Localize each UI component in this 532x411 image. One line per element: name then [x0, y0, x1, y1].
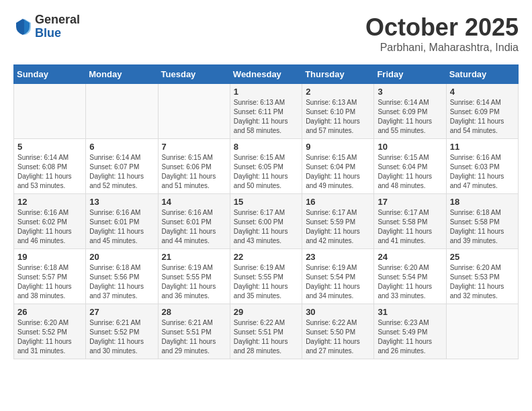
calendar-cell — [14, 84, 86, 139]
day-info: Sunrise: 6:20 AM Sunset: 5:54 PM Dayligh… — [378, 263, 442, 301]
calendar-cell: 21Sunrise: 6:19 AM Sunset: 5:55 PM Dayli… — [158, 249, 230, 304]
calendar-cell: 31Sunrise: 6:23 AM Sunset: 5:49 PM Dayli… — [374, 304, 446, 359]
day-info: Sunrise: 6:16 AM Sunset: 6:01 PM Dayligh… — [162, 208, 226, 246]
day-info: Sunrise: 6:23 AM Sunset: 5:49 PM Dayligh… — [378, 318, 442, 356]
day-number: 30 — [306, 307, 370, 317]
day-number: 16 — [306, 197, 370, 207]
day-number: 28 — [162, 307, 226, 317]
calendar-week-4: 26Sunrise: 6:20 AM Sunset: 5:52 PM Dayli… — [14, 304, 519, 359]
calendar-cell — [446, 304, 518, 359]
calendar-cell: 26Sunrise: 6:20 AM Sunset: 5:52 PM Dayli… — [14, 304, 86, 359]
day-number: 2 — [306, 87, 370, 97]
day-info: Sunrise: 6:17 AM Sunset: 5:58 PM Dayligh… — [378, 208, 442, 246]
calendar-cell: 27Sunrise: 6:21 AM Sunset: 5:52 PM Dayli… — [86, 304, 158, 359]
calendar-week-1: 5Sunrise: 6:14 AM Sunset: 6:08 PM Daylig… — [14, 139, 519, 194]
header-cell-friday: Friday — [374, 65, 446, 84]
calendar-cell: 12Sunrise: 6:16 AM Sunset: 6:02 PM Dayli… — [14, 194, 86, 249]
day-number: 17 — [378, 197, 442, 207]
day-info: Sunrise: 6:16 AM Sunset: 6:03 PM Dayligh… — [450, 153, 515, 191]
calendar-cell: 10Sunrise: 6:15 AM Sunset: 6:04 PM Dayli… — [374, 139, 446, 194]
calendar-cell: 15Sunrise: 6:17 AM Sunset: 6:00 PM Dayli… — [230, 194, 302, 249]
day-info: Sunrise: 6:15 AM Sunset: 6:04 PM Dayligh… — [378, 153, 442, 191]
day-number: 27 — [89, 307, 154, 317]
calendar-table: SundayMondayTuesdayWednesdayThursdayFrid… — [13, 64, 519, 359]
day-info: Sunrise: 6:19 AM Sunset: 5:55 PM Dayligh… — [234, 263, 298, 301]
calendar-cell: 14Sunrise: 6:16 AM Sunset: 6:01 PM Dayli… — [158, 194, 230, 249]
day-number: 26 — [17, 307, 82, 317]
header-row: SundayMondayTuesdayWednesdayThursdayFrid… — [14, 65, 519, 84]
day-number: 7 — [162, 142, 226, 152]
calendar-cell: 7Sunrise: 6:15 AM Sunset: 6:06 PM Daylig… — [158, 139, 230, 194]
calendar-cell: 13Sunrise: 6:16 AM Sunset: 6:01 PM Dayli… — [86, 194, 158, 249]
page-header: General Blue October 2025 Parbhani, Maha… — [13, 13, 519, 54]
calendar-cell: 19Sunrise: 6:18 AM Sunset: 5:57 PM Dayli… — [14, 249, 86, 304]
calendar-title: October 2025 — [365, 13, 519, 42]
day-number: 9 — [306, 142, 370, 152]
day-number: 4 — [450, 87, 515, 97]
calendar-cell: 29Sunrise: 6:22 AM Sunset: 5:51 PM Dayli… — [230, 304, 302, 359]
calendar-cell: 5Sunrise: 6:14 AM Sunset: 6:08 PM Daylig… — [14, 139, 86, 194]
day-number: 19 — [17, 252, 82, 262]
calendar-cell: 17Sunrise: 6:17 AM Sunset: 5:58 PM Dayli… — [374, 194, 446, 249]
day-number: 24 — [378, 252, 442, 262]
calendar-cell: 6Sunrise: 6:14 AM Sunset: 6:07 PM Daylig… — [86, 139, 158, 194]
header-cell-wednesday: Wednesday — [230, 65, 302, 84]
day-number: 1 — [234, 87, 298, 97]
day-info: Sunrise: 6:20 AM Sunset: 5:53 PM Dayligh… — [450, 263, 515, 301]
day-number: 23 — [306, 252, 370, 262]
day-info: Sunrise: 6:16 AM Sunset: 6:01 PM Dayligh… — [89, 208, 154, 246]
day-info: Sunrise: 6:13 AM Sunset: 6:11 PM Dayligh… — [234, 98, 298, 136]
calendar-cell: 28Sunrise: 6:21 AM Sunset: 5:51 PM Dayli… — [158, 304, 230, 359]
calendar-cell: 4Sunrise: 6:14 AM Sunset: 6:09 PM Daylig… — [446, 84, 518, 139]
day-number: 12 — [17, 197, 82, 207]
day-info: Sunrise: 6:13 AM Sunset: 6:10 PM Dayligh… — [306, 98, 370, 136]
calendar-cell: 8Sunrise: 6:15 AM Sunset: 6:05 PM Daylig… — [230, 139, 302, 194]
calendar-cell — [158, 84, 230, 139]
logo-text: General Blue — [35, 13, 80, 40]
day-info: Sunrise: 6:15 AM Sunset: 6:04 PM Dayligh… — [306, 153, 370, 191]
day-number: 25 — [450, 252, 515, 262]
day-info: Sunrise: 6:20 AM Sunset: 5:52 PM Dayligh… — [17, 318, 82, 356]
calendar-week-2: 12Sunrise: 6:16 AM Sunset: 6:02 PM Dayli… — [14, 194, 519, 249]
day-info: Sunrise: 6:22 AM Sunset: 5:50 PM Dayligh… — [306, 318, 370, 356]
calendar-cell: 11Sunrise: 6:16 AM Sunset: 6:03 PM Dayli… — [446, 139, 518, 194]
calendar-subtitle: Parbhani, Maharashtra, India — [365, 42, 519, 54]
header-cell-tuesday: Tuesday — [158, 65, 230, 84]
calendar-cell: 9Sunrise: 6:15 AM Sunset: 6:04 PM Daylig… — [302, 139, 374, 194]
header-cell-monday: Monday — [86, 65, 158, 84]
day-info: Sunrise: 6:19 AM Sunset: 5:55 PM Dayligh… — [162, 263, 226, 301]
day-info: Sunrise: 6:17 AM Sunset: 6:00 PM Dayligh… — [234, 208, 298, 246]
day-number: 31 — [378, 307, 442, 317]
calendar-body: 1Sunrise: 6:13 AM Sunset: 6:11 PM Daylig… — [14, 84, 519, 359]
calendar-cell: 23Sunrise: 6:19 AM Sunset: 5:54 PM Dayli… — [302, 249, 374, 304]
header-cell-saturday: Saturday — [446, 65, 518, 84]
header-cell-sunday: Sunday — [14, 65, 86, 84]
calendar-cell: 30Sunrise: 6:22 AM Sunset: 5:50 PM Dayli… — [302, 304, 374, 359]
day-info: Sunrise: 6:21 AM Sunset: 5:51 PM Dayligh… — [162, 318, 226, 356]
day-number: 3 — [378, 87, 442, 97]
day-info: Sunrise: 6:15 AM Sunset: 6:06 PM Dayligh… — [162, 153, 226, 191]
day-info: Sunrise: 6:19 AM Sunset: 5:54 PM Dayligh… — [306, 263, 370, 301]
calendar-header: SundayMondayTuesdayWednesdayThursdayFrid… — [14, 65, 519, 84]
day-number: 6 — [89, 142, 154, 152]
day-number: 10 — [378, 142, 442, 152]
day-number: 29 — [234, 307, 298, 317]
calendar-cell: 22Sunrise: 6:19 AM Sunset: 5:55 PM Dayli… — [230, 249, 302, 304]
calendar-cell: 25Sunrise: 6:20 AM Sunset: 5:53 PM Dayli… — [446, 249, 518, 304]
day-info: Sunrise: 6:14 AM Sunset: 6:09 PM Dayligh… — [378, 98, 442, 136]
day-info: Sunrise: 6:21 AM Sunset: 5:52 PM Dayligh… — [89, 318, 154, 356]
day-info: Sunrise: 6:18 AM Sunset: 5:57 PM Dayligh… — [17, 263, 82, 301]
day-number: 15 — [234, 197, 298, 207]
day-number: 21 — [162, 252, 226, 262]
day-number: 5 — [17, 142, 82, 152]
calendar-cell: 3Sunrise: 6:14 AM Sunset: 6:09 PM Daylig… — [374, 84, 446, 139]
day-info: Sunrise: 6:14 AM Sunset: 6:09 PM Dayligh… — [450, 98, 515, 136]
calendar-cell: 16Sunrise: 6:17 AM Sunset: 5:59 PM Dayli… — [302, 194, 374, 249]
day-info: Sunrise: 6:18 AM Sunset: 5:58 PM Dayligh… — [450, 208, 515, 246]
day-info: Sunrise: 6:14 AM Sunset: 6:07 PM Dayligh… — [89, 153, 154, 191]
day-number: 11 — [450, 142, 515, 152]
logo-general-text: General — [35, 13, 80, 27]
calendar-cell — [86, 84, 158, 139]
title-block: October 2025 Parbhani, Maharashtra, Indi… — [365, 13, 519, 54]
header-cell-thursday: Thursday — [302, 65, 374, 84]
